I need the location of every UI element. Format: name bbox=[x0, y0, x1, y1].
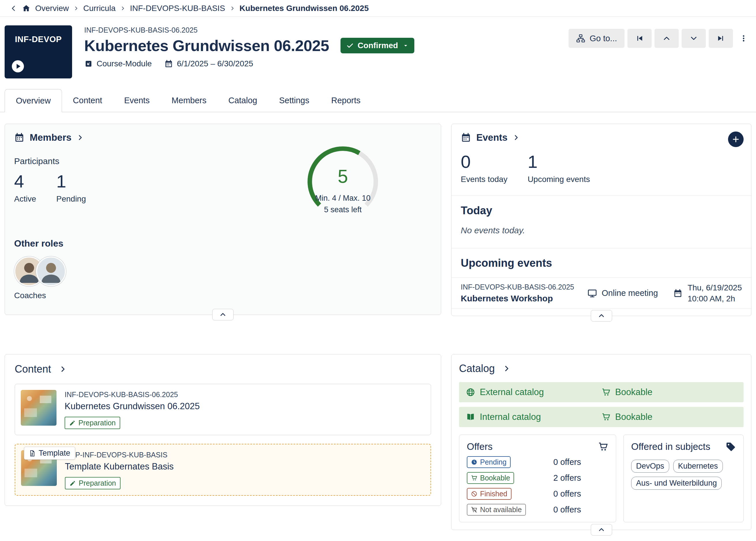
breadcrumb-course-code[interactable]: INF-DEVOPS-KUB-BASIS bbox=[130, 4, 225, 13]
cart-slash-icon bbox=[471, 506, 478, 513]
pending-badge-label: Pending bbox=[480, 458, 507, 466]
cart-icon bbox=[601, 387, 611, 397]
tab-reports[interactable]: Reports bbox=[320, 89, 372, 112]
not-available-badge-label: Not available bbox=[480, 506, 522, 514]
next-item-button[interactable] bbox=[682, 29, 706, 48]
pending-count-block: 1 Pending bbox=[56, 173, 86, 204]
previous-item-button[interactable] bbox=[654, 29, 679, 48]
events-icon bbox=[461, 132, 471, 143]
subjects-card: Offered in subjects DevOps Kubernetes Au… bbox=[623, 435, 744, 522]
event-name: Kubernetes Workshop bbox=[461, 293, 587, 303]
internal-catalog-row: Internal catalog Bookable bbox=[459, 407, 744, 427]
goto-label: Go to... bbox=[589, 34, 617, 43]
events-card: Events 0 Events today 1 Upcoming events … bbox=[451, 124, 751, 316]
pending-label: Pending bbox=[56, 194, 86, 204]
preparation-badge: Preparation bbox=[65, 477, 121, 489]
internal-catalog-label: Internal catalog bbox=[480, 412, 541, 422]
sitemap-icon bbox=[576, 34, 585, 43]
content-card: Content INF-DEVOPS-KUB-BASIS-06.2025 Kub… bbox=[5, 354, 441, 506]
tab-events[interactable]: Events bbox=[113, 89, 161, 112]
content-item-template[interactable]: Template TMP-INF-DEVOPS-KUB-BASIS Templa… bbox=[15, 444, 431, 496]
play-icon[interactable] bbox=[11, 59, 25, 73]
internal-catalog: Internal catalog bbox=[466, 412, 601, 422]
catalog-card: Catalog External catalog Bookable bbox=[451, 354, 751, 530]
more-options-button[interactable] bbox=[736, 29, 751, 48]
header-controls: Go to... bbox=[568, 29, 751, 48]
bookable-offer-count: 2 offers bbox=[553, 473, 608, 483]
course-code: INF-DEVOPS-KUB-BASIS-06.2025 bbox=[84, 26, 414, 34]
offer-row-pending: Pending 0 offers bbox=[467, 456, 608, 468]
template-badge: Template bbox=[24, 447, 75, 460]
page-title: Kubernetes Grundwissen 06.2025 bbox=[84, 37, 329, 55]
chevron-right-icon bbox=[59, 365, 67, 373]
home-icon[interactable] bbox=[22, 4, 31, 13]
finished-offer-count: 0 offers bbox=[553, 489, 608, 499]
external-catalog-row: External catalog Bookable bbox=[459, 382, 744, 402]
pending-offer-count: 0 offers bbox=[553, 457, 608, 467]
gauge-value: 5 bbox=[305, 167, 380, 186]
divider bbox=[452, 248, 751, 248]
events-card-header[interactable]: Events bbox=[461, 132, 742, 143]
content-card-title: Content bbox=[15, 363, 51, 375]
tab-settings[interactable]: Settings bbox=[268, 89, 320, 112]
content-card-header[interactable]: Content bbox=[15, 363, 431, 375]
catalog-card-header[interactable]: Catalog bbox=[459, 362, 744, 375]
breadcrumb-curricula[interactable]: Curricula bbox=[83, 4, 116, 13]
tab-overview[interactable]: Overview bbox=[5, 89, 62, 112]
gauge-seats-left: 5 seats left bbox=[297, 205, 389, 214]
offer-row-bookable: Bookable 2 offers bbox=[467, 472, 608, 484]
members-card-header[interactable]: Members bbox=[14, 132, 432, 143]
last-item-button[interactable] bbox=[709, 29, 733, 48]
members-card-title: Members bbox=[30, 132, 72, 143]
template-badge-label: Template bbox=[39, 449, 70, 458]
content-item-code: TMP-INF-DEVOPS-KUB-BASIS bbox=[65, 451, 174, 459]
catalog-collapse-button[interactable] bbox=[591, 524, 612, 536]
content-item-course[interactable]: INF-DEVOPS-KUB-BASIS-06.2025 Kubernetes … bbox=[15, 384, 431, 435]
course-dates: 6/1/2025 – 6/30/2025 bbox=[164, 59, 253, 68]
pencil-icon bbox=[70, 480, 76, 486]
status-badge[interactable]: Confirmed bbox=[340, 38, 414, 53]
goto-button[interactable]: Go to... bbox=[568, 29, 624, 48]
finished-badge-label: Finished bbox=[480, 490, 508, 498]
content-item-text: TMP-INF-DEVOPS-KUB-BASIS Template Kubern… bbox=[65, 450, 174, 489]
internal-catalog-status-label: Bookable bbox=[615, 412, 652, 422]
event-mode: Online meeting bbox=[587, 288, 672, 298]
gauge-range: Min. 4 / Max. 10 bbox=[297, 194, 389, 203]
kebab-menu-icon bbox=[740, 34, 748, 42]
first-item-button[interactable] bbox=[627, 29, 652, 48]
tab-members[interactable]: Members bbox=[161, 89, 217, 112]
subject-tag-devops[interactable]: DevOps bbox=[631, 460, 669, 473]
coach-avatar[interactable] bbox=[36, 257, 66, 286]
chevron-right-icon bbox=[513, 134, 520, 141]
cart-icon bbox=[471, 475, 478, 481]
no-events-text: No events today. bbox=[461, 226, 742, 235]
content-item-name: Template Kubernates Basis bbox=[65, 461, 174, 472]
subject-tag-kubernetes[interactable]: Kubernetes bbox=[673, 460, 723, 473]
back-icon[interactable] bbox=[10, 5, 17, 12]
subject-tag-weiterbildung[interactable]: Aus- und Weiterbildung bbox=[631, 477, 722, 490]
course-dates-label: 6/1/2025 – 6/30/2025 bbox=[177, 59, 253, 68]
upcoming-event-row[interactable]: INF-DEVOPS-KUB-BASIS-06.2025 Kubernetes … bbox=[452, 277, 751, 309]
seats-gauge: 5 Min. 4 / Max. 10 5 seats left bbox=[305, 144, 380, 219]
external-catalog-status: Bookable bbox=[601, 387, 737, 397]
globe-icon bbox=[466, 387, 475, 397]
document-icon bbox=[29, 450, 36, 457]
members-collapse-button[interactable] bbox=[212, 309, 233, 320]
tab-content[interactable]: Content bbox=[62, 89, 113, 112]
add-event-button[interactable] bbox=[728, 132, 744, 147]
course-type: Course-Module bbox=[84, 59, 152, 68]
upcoming-events-heading: Upcoming events bbox=[461, 257, 742, 270]
breadcrumb-overview[interactable]: Overview bbox=[35, 4, 69, 13]
course-tile: INF-DEVOP bbox=[5, 25, 72, 78]
offers-title: Offers bbox=[467, 441, 493, 452]
book-icon bbox=[466, 412, 475, 422]
main-content: Members Participants 4 Active 1 Pending … bbox=[0, 112, 756, 530]
events-collapse-button[interactable] bbox=[591, 310, 612, 321]
coach-avatars bbox=[14, 257, 432, 286]
not-available-badge: Not available bbox=[467, 504, 526, 516]
offers-header: Offers bbox=[467, 441, 608, 452]
tab-catalog[interactable]: Catalog bbox=[217, 89, 268, 112]
skip-start-icon bbox=[635, 34, 643, 42]
chevron-right-icon bbox=[74, 6, 79, 11]
content-item-text: INF-DEVOPS-KUB-BASIS-06.2025 Kubernetes … bbox=[65, 390, 200, 429]
